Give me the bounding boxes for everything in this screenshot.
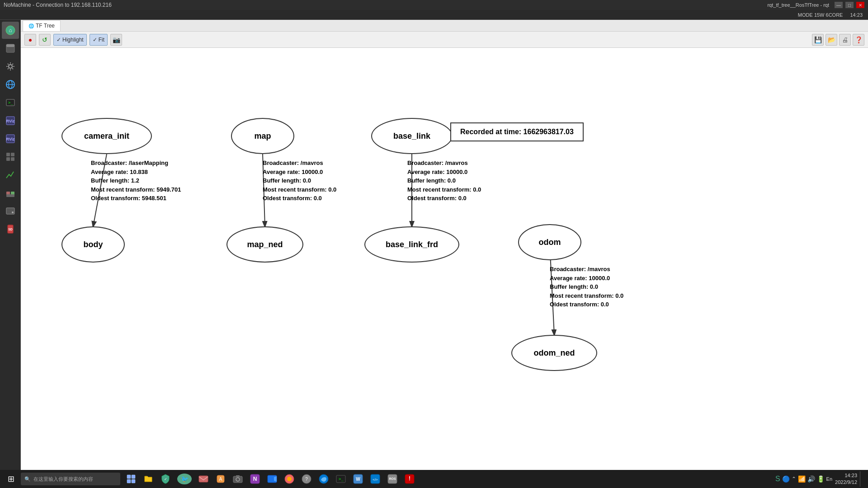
taskbar-app-red-app[interactable]: ! (401, 471, 418, 487)
sidebar-icon-window[interactable] (2, 40, 19, 57)
node-map[interactable]: map (231, 118, 294, 154)
highlight-toggle[interactable]: ✓ Highlight (53, 34, 87, 46)
sidebar-icon-rviz2[interactable]: RViz (2, 130, 19, 147)
taskbar-app-taskview[interactable] (123, 471, 139, 487)
svg-point-4 (9, 65, 12, 68)
taskbar-app-ros[interactable]: ROS (384, 471, 401, 487)
svg-point-47 (287, 477, 292, 481)
node-ellipse-base-link[interactable]: base_link (371, 118, 453, 154)
node-ellipse-odom-ned[interactable]: odom_ned (511, 335, 597, 371)
close-button[interactable]: ✕ (856, 2, 864, 8)
svg-rect-20 (6, 194, 14, 197)
node-base-link-frd[interactable]: base_link_frd (364, 226, 459, 263)
maximize-button[interactable]: □ (845, 2, 854, 8)
systray-lang[interactable]: En (826, 476, 832, 482)
edge-label-map-mapned: Broadcaster: /mavros Average rate: 10000… (263, 159, 336, 203)
node-ellipse-map-ned[interactable]: map_ned (226, 226, 303, 263)
node-camera-init[interactable]: camera_init (61, 118, 152, 154)
sidebar-icon-rviz1[interactable]: RViz (2, 112, 19, 129)
node-ellipse-map[interactable]: map (231, 118, 294, 154)
fit-check: ✓ (93, 37, 97, 43)
save-button[interactable]: 💾 (812, 34, 824, 46)
svg-text:W: W (356, 477, 360, 482)
sidebar-icon-home[interactable]: ⌂ (2, 22, 19, 39)
systray-sound[interactable]: 🔊 (807, 475, 815, 483)
node-base-link[interactable]: base_link (371, 118, 453, 154)
start-button[interactable]: ⊞ (2, 471, 20, 487)
taskbar-app-onenote[interactable]: N (247, 471, 263, 487)
svg-text:ROS: ROS (389, 477, 396, 480)
tab-icon: 🌐 (28, 23, 34, 28)
taskbar-app-terminal[interactable]: >_ (333, 471, 349, 487)
clock-time: 14:23 (835, 472, 857, 479)
show-desktop-button[interactable] (860, 471, 863, 487)
print-button[interactable]: 🖨 (839, 34, 851, 46)
sidebar-icon-terminal[interactable]: >_ (2, 94, 19, 111)
node-ellipse-body[interactable]: body (61, 226, 125, 263)
systray-icon1[interactable]: 🔵 (782, 475, 790, 483)
clock-date: 2022/9/12 (835, 479, 857, 486)
node-map-ned[interactable]: map_ned (226, 226, 303, 263)
taskbar-app-camera[interactable] (230, 471, 246, 487)
node-body[interactable]: body (61, 226, 125, 263)
fit-toggle[interactable]: ✓ Fit (90, 34, 108, 46)
sidebar-icon-sd[interactable]: SD (2, 221, 19, 238)
systray-battery[interactable]: 🔋 (817, 475, 825, 483)
svg-rect-36 (199, 476, 208, 482)
node-odom-ned[interactable]: odom_ned (511, 335, 597, 371)
svg-rect-15 (11, 153, 14, 156)
node-ellipse-odom[interactable]: odom (518, 224, 581, 260)
node-ellipse-base-link-frd[interactable]: base_link_frd (364, 226, 459, 263)
svg-text:N: N (253, 476, 257, 482)
taskbar-app-explorer[interactable] (140, 471, 156, 487)
taskbar-app-mail[interactable] (195, 471, 212, 487)
taskbar-app-bird[interactable]: 🐦 (175, 471, 194, 487)
node-odom[interactable]: odom (518, 224, 581, 260)
refresh-button[interactable]: ↺ (39, 34, 51, 46)
taskbar-app-firefox[interactable] (281, 471, 297, 487)
taskbar-app-teleconference[interactable] (264, 471, 280, 487)
svg-text:RViz: RViz (6, 119, 15, 123)
edge-label-odom-odomned: Broadcaster: /mavros Average rate: 10000… (550, 265, 623, 309)
search-placeholder: 在这里输入你要搜索的内容 (33, 476, 93, 483)
taskbar-app-store[interactable]: A (212, 471, 229, 487)
tab-bar: 🌐 TF Tree (21, 20, 868, 32)
svg-text:>_: >_ (339, 477, 344, 481)
highlight-check: ✓ (57, 37, 61, 43)
time-display: 14:23 (850, 12, 863, 18)
svg-rect-32 (132, 479, 135, 483)
systray-wifi[interactable]: 📶 (798, 475, 806, 483)
taskbar-app-vscode[interactable]: </> (367, 471, 383, 487)
tab-tf-tree[interactable]: 🌐 TF Tree (23, 20, 61, 31)
sidebar-icon-grid[interactable] (2, 148, 19, 165)
taskbar-app-edge[interactable] (316, 471, 332, 487)
node-ellipse-camera-init[interactable]: camera_init (61, 118, 152, 154)
taskbar-app-misc1[interactable]: ? (298, 471, 315, 487)
taskbar-right: S 🔵 ⌃ 📶 🔊 🔋 En 14:23 2022/9/12 (775, 471, 866, 487)
app-title: NoMachine - Connection to 192.168.110.21… (4, 2, 112, 8)
snapshot-button[interactable]: 📷 (110, 34, 122, 46)
search-box[interactable]: 🔍 在这里输入你要搜索的内容 (21, 473, 120, 485)
sidebar-icon-network[interactable] (2, 76, 19, 93)
taskbar-clock[interactable]: 14:23 2022/9/12 (835, 472, 857, 486)
sidebar-icon-settings[interactable] (2, 58, 19, 75)
sidebar-icon-puzzle[interactable] (2, 184, 19, 202)
svg-rect-16 (6, 157, 10, 161)
tf-canvas: camera_init map base_link Recorded at ti… (21, 48, 868, 470)
svg-text:!: ! (409, 475, 410, 482)
sidebar-icon-chart[interactable] (2, 166, 19, 183)
systray-chevron[interactable]: ⌃ (792, 476, 796, 482)
recorded-time-box: Recorded at time: 1662963817.03 (450, 122, 584, 141)
open-button[interactable]: 📂 (826, 34, 837, 46)
systray-s[interactable]: S (775, 475, 780, 483)
stop-button[interactable]: ● (24, 34, 36, 46)
help-button[interactable]: ❓ (853, 34, 864, 46)
taskbar-app-browser2[interactable]: W (350, 471, 366, 487)
svg-text:A: A (219, 477, 222, 482)
svg-rect-31 (127, 479, 131, 483)
sidebar-icon-storage[interactable] (2, 202, 19, 220)
svg-marker-45 (274, 476, 277, 482)
minimize-button[interactable]: — (835, 2, 843, 8)
taskbar-app-security[interactable]: ✓ (157, 471, 174, 487)
svg-rect-14 (6, 153, 10, 156)
